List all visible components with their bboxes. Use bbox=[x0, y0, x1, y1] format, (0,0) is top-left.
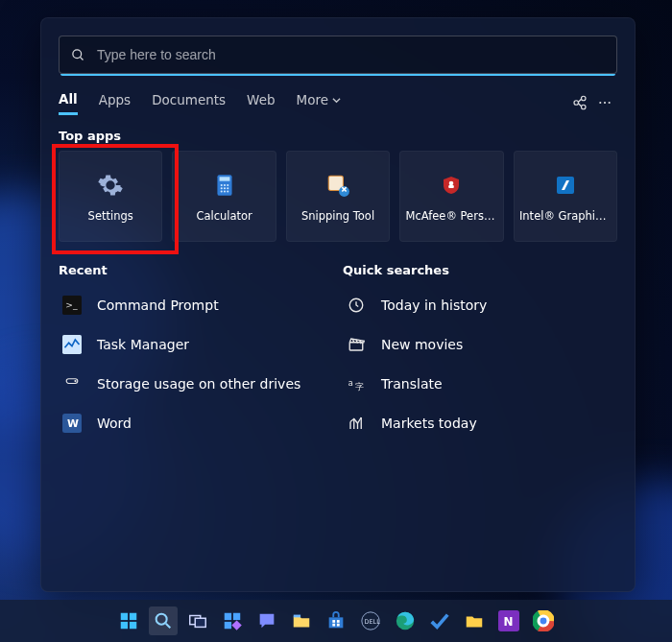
svg-rect-46 bbox=[233, 613, 240, 620]
taskbar-explorer[interactable] bbox=[287, 606, 316, 635]
chevron-down-icon bbox=[332, 96, 341, 105]
intel-graphics-icon bbox=[551, 171, 580, 200]
svg-point-19 bbox=[224, 190, 226, 192]
svg-rect-38 bbox=[130, 613, 136, 620]
svg-point-16 bbox=[224, 187, 226, 189]
taskbar-chat[interactable] bbox=[252, 606, 281, 635]
row-label: Markets today bbox=[381, 416, 477, 431]
recent-task-manager[interactable]: Task Manager bbox=[59, 324, 333, 364]
app-intel-graphics[interactable]: Intel® Graphics Co... bbox=[514, 151, 617, 242]
quick-new-movies[interactable]: New movies bbox=[343, 324, 617, 364]
row-label: Word bbox=[97, 416, 132, 431]
svg-text:W: W bbox=[67, 417, 79, 430]
app-mcafee[interactable]: McAfee® Personal... bbox=[399, 151, 503, 242]
svg-text:>_: >_ bbox=[65, 298, 78, 309]
svg-point-14 bbox=[227, 183, 228, 185]
tab-apps[interactable]: Apps bbox=[99, 92, 131, 113]
svg-text:a: a bbox=[348, 377, 353, 387]
svg-point-41 bbox=[156, 614, 167, 625]
taskbar-todo[interactable] bbox=[425, 606, 454, 635]
start-search-panel: All Apps Documents Web More Top apps Set… bbox=[40, 17, 636, 592]
svg-point-30 bbox=[75, 380, 76, 381]
svg-point-13 bbox=[224, 183, 226, 185]
tab-documents[interactable]: Documents bbox=[152, 92, 226, 113]
svg-line-5 bbox=[579, 99, 582, 102]
taskbar: DELL N bbox=[0, 600, 672, 642]
taskbar-edge[interactable] bbox=[391, 606, 420, 635]
svg-rect-44 bbox=[195, 618, 205, 627]
svg-line-6 bbox=[579, 104, 582, 107]
svg-rect-45 bbox=[225, 613, 231, 620]
svg-point-18 bbox=[220, 190, 222, 192]
top-apps-grid: Settings Calculator Snipping Tool McAfee… bbox=[59, 151, 617, 242]
markets-icon bbox=[345, 412, 368, 435]
svg-rect-47 bbox=[225, 622, 231, 629]
taskbar-dell[interactable]: DELL bbox=[356, 606, 385, 635]
quick-translate[interactable]: a字 Translate bbox=[343, 364, 617, 403]
app-snipping-tool[interactable]: Snipping Tool bbox=[286, 151, 390, 242]
gear-icon bbox=[96, 171, 125, 200]
app-label: Calculator bbox=[196, 209, 252, 223]
svg-point-20 bbox=[227, 190, 228, 192]
svg-point-3 bbox=[582, 96, 587, 101]
recent-word[interactable]: W Word bbox=[59, 403, 333, 442]
taskbar-store[interactable] bbox=[322, 606, 350, 635]
svg-point-0 bbox=[73, 49, 82, 58]
svg-rect-39 bbox=[121, 622, 128, 629]
row-label: New movies bbox=[381, 337, 463, 352]
quick-searches-heading: Quick searches bbox=[343, 263, 617, 277]
taskbar-widgets[interactable] bbox=[218, 606, 247, 635]
recent-heading: Recent bbox=[59, 263, 333, 277]
search-icon bbox=[71, 48, 85, 62]
app-calculator[interactable]: Calculator bbox=[172, 151, 276, 242]
tab-web[interactable]: Web bbox=[247, 92, 275, 113]
taskbar-start[interactable] bbox=[114, 606, 143, 635]
taskbar-chrome[interactable] bbox=[529, 606, 558, 635]
svg-point-23 bbox=[449, 180, 454, 185]
quick-searches-column: Quick searches Today in history New movi… bbox=[343, 259, 617, 442]
svg-point-17 bbox=[227, 187, 228, 189]
svg-rect-52 bbox=[332, 624, 335, 627]
storage-icon bbox=[60, 372, 84, 395]
svg-rect-51 bbox=[337, 620, 340, 623]
rewards-icon[interactable] bbox=[567, 90, 592, 115]
svg-point-8 bbox=[604, 102, 606, 104]
search-focus-underline bbox=[60, 74, 615, 76]
word-icon: W bbox=[60, 412, 84, 435]
svg-point-63 bbox=[540, 617, 547, 625]
snipping-tool-icon bbox=[324, 171, 352, 200]
svg-rect-48 bbox=[231, 620, 241, 630]
task-manager-icon bbox=[60, 333, 84, 356]
quick-today-in-history[interactable]: Today in history bbox=[343, 285, 617, 324]
svg-rect-49 bbox=[294, 615, 300, 618]
taskbar-onenote[interactable]: N bbox=[494, 606, 523, 635]
svg-rect-50 bbox=[332, 620, 335, 623]
more-options-icon[interactable] bbox=[592, 90, 617, 115]
svg-point-9 bbox=[609, 102, 611, 104]
tab-more[interactable]: More bbox=[297, 92, 341, 113]
recent-column: Recent >_ Command Prompt Task Manager St… bbox=[59, 259, 333, 442]
app-label: Snipping Tool bbox=[301, 209, 374, 223]
taskbar-task-view[interactable] bbox=[183, 606, 212, 635]
recent-storage-usage[interactable]: Storage usage on other drives bbox=[59, 364, 333, 403]
search-box[interactable] bbox=[59, 36, 617, 74]
row-label: Today in history bbox=[381, 297, 487, 313]
svg-rect-53 bbox=[337, 624, 340, 627]
row-label: Translate bbox=[381, 376, 443, 392]
tab-more-label: More bbox=[297, 92, 328, 107]
svg-line-1 bbox=[80, 57, 83, 59]
recent-command-prompt[interactable]: >_ Command Prompt bbox=[59, 285, 333, 324]
svg-point-2 bbox=[574, 101, 579, 106]
svg-rect-40 bbox=[130, 622, 136, 629]
svg-point-7 bbox=[599, 102, 601, 104]
translate-icon: a字 bbox=[345, 372, 368, 395]
quick-markets-today[interactable]: Markets today bbox=[343, 403, 617, 442]
svg-point-22 bbox=[339, 186, 349, 197]
taskbar-search[interactable] bbox=[149, 606, 178, 635]
app-settings[interactable]: Settings bbox=[59, 151, 162, 242]
search-input[interactable] bbox=[95, 46, 605, 63]
svg-line-42 bbox=[166, 624, 171, 629]
taskbar-folder[interactable] bbox=[460, 606, 489, 635]
tab-all[interactable]: All bbox=[59, 91, 78, 115]
app-label: McAfee® Personal... bbox=[406, 209, 498, 223]
